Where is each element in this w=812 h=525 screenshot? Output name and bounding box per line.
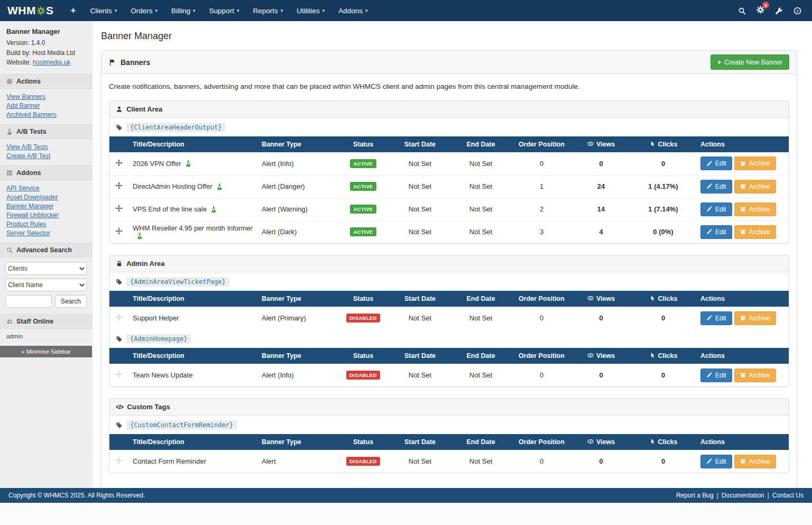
edit-button[interactable]: Edit — [700, 369, 732, 382]
move-icon[interactable] — [115, 227, 123, 235]
banner-type: Alert (Primary) — [257, 307, 337, 329]
logo-text-suffix: S — [46, 4, 54, 17]
addon-modules-icon[interactable]: x — [756, 6, 764, 15]
column-header-actions: Actions — [696, 291, 789, 307]
website-link[interactable]: hostmedia.uk — [33, 59, 70, 66]
search-field-select[interactable]: Client Name — [5, 279, 87, 291]
column-label: Order Position — [519, 438, 565, 446]
sidebar-link-archived-banners[interactable]: Archived Banners — [6, 111, 57, 118]
chevron-down-icon: ▾ — [322, 8, 325, 13]
flask-icon[interactable] — [185, 160, 192, 167]
search-type-select[interactable]: Clients — [5, 262, 87, 275]
clicks-count: 1 (4.17%) — [630, 175, 696, 198]
archive-button-label: Archive — [749, 183, 770, 190]
column-label: End Date — [466, 141, 495, 148]
eye-icon — [587, 438, 594, 445]
archive-button[interactable]: Archive — [734, 180, 776, 194]
archive-button-label: Archive — [749, 458, 770, 465]
banner-title: Team News Update — [133, 371, 192, 379]
end-date: Not Set — [450, 307, 511, 329]
archive-button[interactable]: Archive — [734, 225, 776, 239]
sidebar-link-firewall-unblocker[interactable]: Firewall Unblocker — [6, 211, 59, 219]
sidebar-link-create-a-b-test[interactable]: Create A/B Test — [6, 152, 50, 160]
footer: Copyright © WHMCS 2025. All Rights Reser… — [0, 488, 812, 503]
edit-button-label: Edit — [715, 458, 726, 465]
column-label: Start Date — [404, 141, 436, 148]
plus-icon: + — [717, 58, 722, 66]
edit-button[interactable]: Edit — [700, 225, 732, 239]
menu-item-reports[interactable]: Reports▾ — [246, 0, 290, 21]
search-icon[interactable] — [738, 7, 746, 15]
banner-row: Contact Form ReminderAlertDISABLEDNot Se… — [109, 450, 789, 473]
help-icon[interactable]: ? — [793, 7, 801, 15]
archive-button[interactable]: Archive — [734, 156, 776, 170]
footer-link-documentation[interactable]: Documentation — [722, 492, 764, 499]
clicks-count: 0 — [630, 307, 696, 329]
edit-button[interactable]: Edit — [700, 311, 732, 325]
menu-item-label: Reports — [253, 7, 278, 15]
archive-button[interactable]: Archive — [734, 369, 776, 382]
archive-button[interactable]: Archive — [734, 311, 776, 325]
staff-online-name: admin — [6, 333, 86, 339]
menu-item-support[interactable]: Support▾ — [202, 0, 246, 21]
archive-button-label: Archive — [749, 315, 770, 322]
whmcs-logo[interactable]: WHM S — [7, 4, 54, 17]
sidebar-link-add-banner[interactable]: Add Banner — [6, 102, 40, 109]
column-header-title-description: Title/Description — [128, 291, 257, 307]
column-header-drag — [109, 434, 128, 450]
quick-add-icon[interactable]: + — [68, 5, 79, 16]
menu-item-addons[interactable]: Addons▾ — [331, 0, 374, 21]
move-icon[interactable] — [115, 205, 123, 212]
footer-link-contact-us[interactable]: Contact Us — [772, 492, 804, 499]
flask-icon[interactable] — [210, 206, 217, 213]
edit-button-label: Edit — [715, 372, 726, 379]
sidebar-link-banner-manager[interactable]: Banner Manager — [6, 202, 53, 210]
archive-button[interactable]: Archive — [734, 455, 776, 468]
column-header-clicks: Clicks — [630, 291, 696, 307]
edit-button-label: Edit — [715, 206, 726, 213]
banner-type: Alert (Info) — [257, 364, 337, 386]
move-icon[interactable] — [115, 159, 123, 167]
pencil-icon — [706, 206, 712, 212]
edit-button[interactable]: Edit — [700, 180, 732, 194]
sidebar-link-asset-downloader[interactable]: Asset Downloader — [6, 194, 58, 201]
flask-icon[interactable] — [136, 233, 143, 240]
edit-button[interactable]: Edit — [700, 156, 732, 170]
drag-cell — [109, 152, 128, 175]
separator: | — [768, 492, 769, 499]
move-icon[interactable] — [115, 182, 123, 189]
minimise-sidebar-button[interactable]: « Minimise Sidebar — [0, 346, 92, 357]
banner-title-cell: Support Helper — [128, 307, 257, 329]
sidebar-link-view-banners[interactable]: View Banners — [6, 93, 45, 100]
wrench-icon[interactable] — [775, 7, 783, 15]
top-navbar: WHM S + Clients▾Orders▾Billing▾Support▾R… — [0, 0, 812, 21]
banner-title: Support Helper — [133, 314, 179, 322]
banner-title-cell: WHM Reseller 4.95 per month Informer — [128, 220, 257, 243]
edit-button[interactable]: Edit — [700, 202, 732, 216]
status-badge: ACTIVE — [350, 205, 376, 214]
search-input[interactable] — [5, 295, 52, 308]
sidebar-link-view-a-b-tests[interactable]: View A/B Tests — [6, 143, 48, 151]
flask-icon[interactable] — [216, 183, 223, 190]
move-icon — [115, 371, 123, 378]
archive-icon — [740, 229, 746, 235]
footer-link-report-a-bug[interactable]: Report a Bug — [676, 492, 714, 499]
code-icon: </> — [116, 403, 123, 411]
search-button[interactable]: Search — [55, 295, 87, 308]
menu-item-clients[interactable]: Clients▾ — [83, 0, 124, 21]
column-label: Start Date — [404, 295, 436, 302]
column-label: Clicks — [658, 141, 678, 148]
actions-cell: EditArchive — [696, 364, 789, 386]
menu-item-billing[interactable]: Billing▾ — [164, 0, 202, 21]
sidebar-link-server-selector[interactable]: Server Selector — [6, 229, 50, 237]
edit-button[interactable]: Edit — [700, 455, 732, 468]
column-header-start-date: Start Date — [390, 434, 450, 450]
archive-button[interactable]: Archive — [734, 202, 776, 216]
menu-item-orders[interactable]: Orders▾ — [124, 0, 164, 21]
menu-item-utilities[interactable]: Utilities▾ — [290, 0, 331, 21]
create-new-banner-button[interactable]: + Create New Banner — [710, 54, 789, 70]
order-position: 0 — [511, 450, 572, 473]
sidebar-link-api-service[interactable]: API Service — [6, 185, 40, 192]
column-label: Start Date — [404, 438, 436, 446]
sidebar-link-product-rules[interactable]: Product Rules — [6, 220, 46, 228]
